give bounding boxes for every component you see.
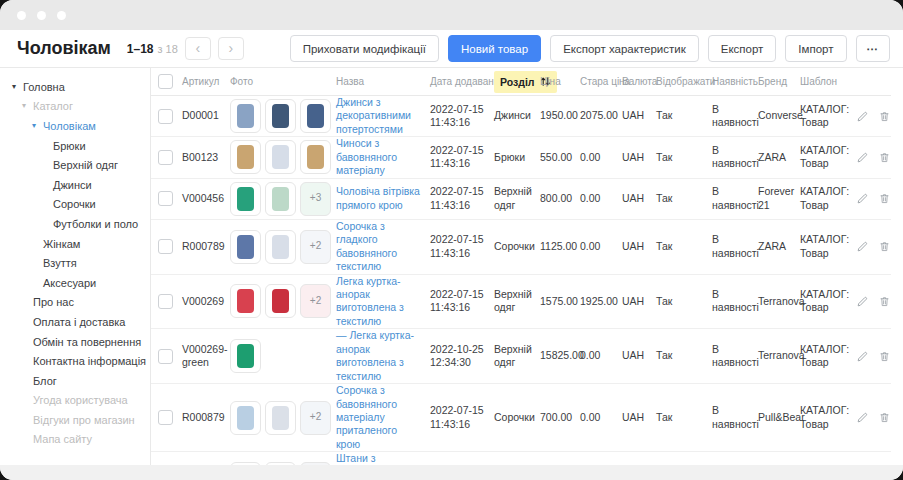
sidebar-item[interactable]: ▾Мапа сайту — [0, 430, 150, 450]
sidebar-item-label: Головна — [23, 81, 65, 93]
sidebar-item[interactable]: ▾Каталог — [0, 97, 150, 117]
article-cell: V000456 — [179, 192, 227, 205]
sidebar-item[interactable]: ▾Про нас — [0, 293, 150, 313]
next-page-button[interactable]: › — [218, 37, 244, 60]
template-cell: КАТАЛОГ: Товар — [797, 185, 853, 212]
trash-icon[interactable] — [878, 295, 891, 308]
sidebar-item[interactable]: ▾Джинси — [0, 175, 150, 195]
sidebar-item[interactable]: ▾Сорочки — [0, 195, 150, 215]
sidebar-item[interactable]: ▾Брюки — [0, 136, 150, 156]
sidebar-item-label: Мапа сайту — [33, 433, 92, 445]
trash-icon[interactable] — [878, 110, 891, 123]
column-header[interactable]: Шаблон — [797, 76, 853, 87]
date-cell: 2022-07-15 11:43:16 — [427, 233, 491, 260]
product-photo[interactable] — [230, 182, 261, 216]
more-photos-badge[interactable]: +2 — [300, 401, 331, 435]
product-name-link[interactable]: Чоловіча вітрівка прямого крою — [336, 185, 420, 210]
row-checkbox[interactable] — [158, 150, 173, 165]
column-header[interactable]: Назва — [333, 76, 427, 87]
more-photos-badge[interactable]: +2 — [300, 230, 331, 264]
sidebar-item[interactable]: ▾Чоловікам — [0, 116, 150, 136]
product-photo[interactable] — [230, 140, 261, 174]
product-name-link[interactable]: Сорочка з гладкого бавовняного текстилю — [336, 220, 397, 272]
window-control-zoom[interactable] — [57, 11, 66, 20]
sidebar-item[interactable]: ▾Контактна інформація — [0, 351, 150, 371]
sidebar-item[interactable]: ▾Взуття — [0, 253, 150, 273]
trash-icon[interactable] — [878, 350, 891, 363]
column-header[interactable]: Бренд — [755, 76, 797, 87]
column-header[interactable]: Артикул — [179, 76, 227, 87]
row-checkbox[interactable] — [158, 294, 173, 309]
export-characteristics-button[interactable]: Експорт характеристик — [550, 35, 699, 62]
product-photo[interactable] — [230, 401, 261, 435]
column-header[interactable]: Ціна — [537, 76, 577, 87]
product-name-link[interactable]: Легка куртка-анорак виготовлена з тексти… — [336, 275, 404, 327]
date-cell: 2022-07-15 11:43:16 — [427, 404, 491, 431]
product-photo[interactable] — [265, 230, 296, 264]
product-photo[interactable] — [265, 99, 296, 133]
edit-icon[interactable] — [856, 240, 869, 253]
sidebar-item[interactable]: ▾Обмін та повернення — [0, 332, 150, 352]
trash-icon[interactable] — [878, 151, 891, 164]
column-header[interactable]: Наявність — [709, 76, 755, 87]
trash-icon[interactable] — [878, 240, 891, 253]
column-header[interactable]: Дата додавання — [427, 76, 491, 87]
product-photo[interactable] — [230, 284, 261, 318]
template-cell: КАТАЛОГ: Товар — [797, 288, 853, 315]
product-photo[interactable] — [265, 140, 296, 174]
hide-modifications-button[interactable]: Приховати модифікації — [290, 35, 439, 62]
row-checkbox[interactable] — [158, 239, 173, 254]
window-control-minimize[interactable] — [37, 11, 46, 20]
import-button[interactable]: Імпорт — [785, 35, 846, 62]
product-name-link[interactable]: Сорочка з бавовняного матеріалу притален… — [336, 384, 397, 450]
sidebar-item[interactable]: ▾Футболки и поло — [0, 214, 150, 234]
sidebar-item[interactable]: ▾Аксесуари — [0, 273, 150, 293]
sidebar-item[interactable]: ▾Верхній одяг — [0, 155, 150, 175]
product-photo[interactable] — [265, 284, 296, 318]
sidebar-item[interactable]: ▾Жінкам — [0, 234, 150, 254]
more-actions-button[interactable]: ⋯ — [856, 35, 891, 62]
sidebar-item[interactable]: ▾Угода користувача — [0, 391, 150, 411]
product-photo[interactable] — [230, 339, 261, 373]
trash-icon[interactable] — [878, 411, 891, 424]
row-checkbox[interactable] — [158, 410, 173, 425]
sidebar-item[interactable]: ▾Оплата і доставка — [0, 312, 150, 332]
product-name-link[interactable]: Чиноси з бавовняного матеріалу — [336, 137, 397, 176]
product-name-link[interactable]: Джинси з декоративними потертостями — [336, 96, 411, 135]
product-photo[interactable] — [265, 401, 296, 435]
column-header[interactable]: Валюта — [619, 76, 653, 87]
checkbox-cell — [151, 109, 179, 124]
trash-icon[interactable] — [878, 192, 891, 205]
edit-icon[interactable] — [856, 192, 869, 205]
window-control-close[interactable] — [17, 11, 26, 20]
product-photo[interactable] — [230, 230, 261, 264]
more-photos-badge[interactable]: +2 — [300, 284, 331, 318]
edit-icon[interactable] — [856, 295, 869, 308]
new-product-button[interactable]: Новий товар — [448, 35, 541, 62]
template-cell: КАТАЛОГ: Товар — [797, 404, 853, 431]
sidebar-item[interactable]: ▾Блог — [0, 371, 150, 391]
sidebar-item[interactable]: ▾Відгуки про магазин — [0, 410, 150, 430]
product-name-link[interactable]: — Легка куртка-анорак виготовлена з текс… — [336, 329, 414, 381]
availability-cell: В наявності — [709, 185, 755, 212]
edit-icon[interactable] — [856, 151, 869, 164]
product-photo[interactable] — [230, 99, 261, 133]
product-photo[interactable] — [265, 182, 296, 216]
currency-cell: UAH — [619, 109, 653, 122]
select-all-checkbox[interactable] — [158, 74, 173, 89]
product-photo[interactable] — [300, 140, 331, 174]
row-checkbox[interactable] — [158, 109, 173, 124]
row-checkbox[interactable] — [158, 349, 173, 364]
edit-icon[interactable] — [856, 411, 869, 424]
column-header[interactable]: Відображати — [653, 76, 709, 87]
edit-icon[interactable] — [856, 110, 869, 123]
row-checkbox[interactable] — [158, 191, 173, 206]
product-photo[interactable] — [300, 99, 331, 133]
edit-icon[interactable] — [856, 350, 869, 363]
column-header[interactable]: Стара ціна — [577, 76, 619, 87]
prev-page-button[interactable]: ‹ — [185, 37, 211, 60]
sidebar-item[interactable]: ▾Головна — [0, 77, 150, 97]
more-photos-badge[interactable]: +3 — [300, 182, 331, 216]
export-button[interactable]: Експорт — [708, 35, 777, 62]
column-header[interactable]: Фото — [227, 76, 333, 87]
